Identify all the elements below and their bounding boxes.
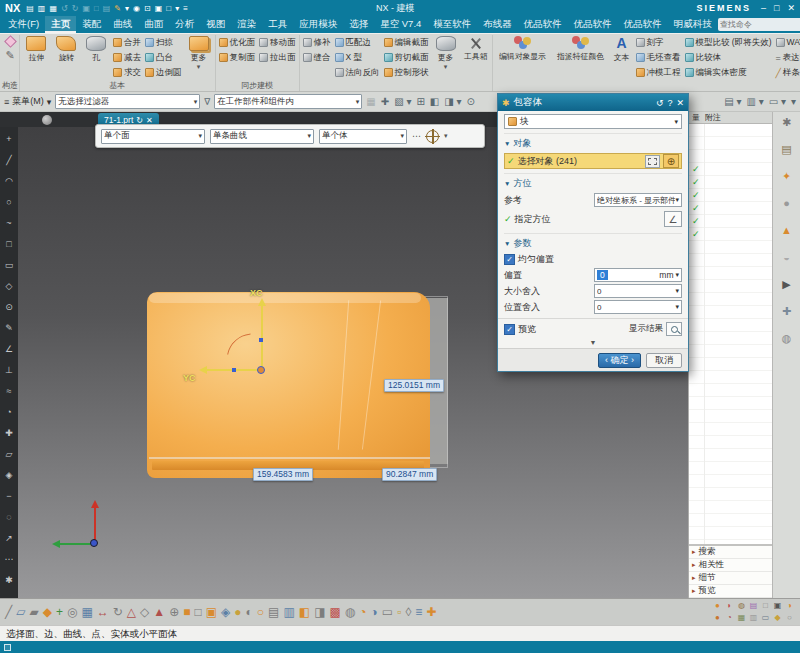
minimize-button[interactable]: – xyxy=(761,3,766,13)
br-icon-13[interactable]: ◆ xyxy=(772,613,783,624)
tab-selection[interactable]: 选择 xyxy=(343,16,374,33)
offset-icon[interactable]: ◑ xyxy=(371,605,378,619)
br-icon-2[interactable]: ◗ xyxy=(724,601,735,612)
table-row[interactable] xyxy=(689,319,772,332)
chamfer-icon[interactable]: ▥ xyxy=(283,605,294,619)
axis-drag-handle[interactable] xyxy=(259,338,263,342)
table-row[interactable]: ✓ xyxy=(689,202,772,215)
table-row[interactable]: ✓ xyxy=(689,189,772,202)
expression-button[interactable]: =表达式 xyxy=(774,50,800,65)
table-row[interactable] xyxy=(689,306,772,319)
tab-youpin-2[interactable]: 优品软件 xyxy=(568,16,618,33)
table-row[interactable] xyxy=(689,527,772,540)
selection-filter-combo[interactable]: 无选择过滤器▾ xyxy=(55,94,200,109)
style-dropdown-icon[interactable]: ▾ xyxy=(125,4,129,13)
unite-button[interactable]: 合并 xyxy=(111,35,143,50)
table-row[interactable] xyxy=(689,241,772,254)
grid-toggle-icon[interactable] xyxy=(42,115,52,125)
subtract-icon[interactable]: ◐ xyxy=(246,605,253,619)
section-orientation[interactable]: ▼方位 xyxy=(504,173,682,190)
left-tool-icon[interactable]: ✎ xyxy=(5,318,13,339)
roles-gear-icon[interactable]: ✱ xyxy=(782,116,791,128)
thicken-icon[interactable]: ▭ xyxy=(382,605,393,619)
tab-mingwei[interactable]: 明威科技 xyxy=(668,16,718,33)
dialog-collapse-arrow[interactable]: ▼ xyxy=(504,339,682,346)
br-icon-7[interactable]: ◑ xyxy=(784,601,795,612)
table-row[interactable] xyxy=(689,124,772,137)
left-tool-icon[interactable]: ╱ xyxy=(6,150,11,171)
edit-section-icon[interactable]: ▧ ▾ xyxy=(394,96,411,107)
csys-icon[interactable]: ⊕ xyxy=(169,605,179,619)
edge-blend-button[interactable]: 边倒圆 xyxy=(143,65,184,80)
tab-router[interactable]: 布线器 xyxy=(477,16,518,33)
more-tools-icon[interactable]: ▾ xyxy=(791,96,796,107)
br-icon-1[interactable]: ● xyxy=(712,601,723,612)
left-tool-icon[interactable]: ⋯ xyxy=(5,549,14,570)
redo-icon[interactable]: ↻ xyxy=(72,4,79,13)
table-row[interactable] xyxy=(689,423,772,436)
table-row[interactable] xyxy=(689,514,772,527)
orient-dropdown-icon[interactable]: ▾ xyxy=(444,132,448,140)
construct-sketch-icon[interactable] xyxy=(4,35,17,48)
crosshair-button[interactable]: ⊕ xyxy=(663,154,679,168)
br-icon-5[interactable]: □ xyxy=(760,601,771,612)
offset-field[interactable]: 0 mm▾ xyxy=(594,268,682,282)
frame-select-icon[interactable]: ⊞ xyxy=(416,96,424,107)
point-set-icon[interactable]: ◎ xyxy=(67,605,77,619)
tab-render[interactable]: 渲染 xyxy=(231,16,262,33)
scale-icon[interactable]: ▫ xyxy=(397,605,401,619)
hd3d-tools-icon[interactable]: ▶ xyxy=(782,278,790,290)
wave-linker-button[interactable]: WAVE 几何链接器 xyxy=(774,35,800,50)
reference-combo[interactable]: 绝对坐标系 - 显示部件▾ xyxy=(594,193,682,207)
quantity-column-header[interactable]: 量 xyxy=(689,112,705,123)
select-object-row[interactable]: ✓ 选择对象 (241) ⊕ xyxy=(504,153,682,169)
info-icon[interactable]: ≡ xyxy=(415,605,422,619)
tab-curve[interactable]: 曲线 xyxy=(107,16,138,33)
nav-section-preview[interactable]: ▸预览 xyxy=(689,585,772,598)
layer-stack-icon[interactable]: ▥ ▾ xyxy=(746,96,763,107)
tab-view[interactable]: 视图 xyxy=(200,16,231,33)
switch-window-icon[interactable]: ▾ xyxy=(175,4,179,13)
move-object-icon[interactable]: ↔ xyxy=(97,605,109,619)
edit-section-button[interactable]: 编辑截面 xyxy=(382,35,431,50)
reverse-normal-button[interactable]: 法向反向 xyxy=(333,65,382,80)
cut-icon[interactable]: ▣ xyxy=(82,4,90,13)
paste-icon[interactable]: ▤ xyxy=(103,4,111,13)
tab-analysis[interactable]: 分析 xyxy=(169,16,200,33)
table-row[interactable] xyxy=(689,137,772,150)
dialog-close-button[interactable]: ✕ xyxy=(676,98,684,108)
edit-object-display-button[interactable]: 编辑对象显示 xyxy=(494,35,552,63)
table-row[interactable] xyxy=(689,410,772,423)
left-tool-icon[interactable]: ↗ xyxy=(5,528,13,549)
blank-view-button[interactable]: 毛坯查看 xyxy=(634,50,683,65)
match-edge-button[interactable]: 匹配边 xyxy=(333,35,382,50)
ok-button[interactable]: 确定 xyxy=(598,353,641,368)
overflow-icon[interactable]: ⋯ xyxy=(412,131,421,141)
section-parameters[interactable]: ▼参数 xyxy=(504,233,682,250)
uniform-offset-checkbox[interactable]: ✓ xyxy=(504,254,515,265)
csys-dialog-button[interactable]: ∠ xyxy=(664,211,682,227)
highlight-icon[interactable]: ⊙ xyxy=(467,96,475,107)
preview-checkbox[interactable]: ✓ xyxy=(504,324,515,335)
table-row[interactable] xyxy=(689,384,772,397)
edit-more-button[interactable]: 更多▾ xyxy=(431,35,461,70)
save-icon[interactable]: ▦ xyxy=(49,4,57,13)
table-row[interactable] xyxy=(689,397,772,410)
more-create-icon[interactable]: ✚ xyxy=(426,605,436,619)
shaded-icon[interactable]: ◧ xyxy=(430,96,439,107)
constraint-navigator-icon[interactable]: ● xyxy=(783,197,790,209)
left-tool-icon[interactable]: ○ xyxy=(6,192,11,213)
pull-face-button[interactable]: 拉出面 xyxy=(257,50,298,65)
tab-youpin-3[interactable]: 优品软件 xyxy=(618,16,668,33)
die-engineering-button[interactable]: 冲模工程 xyxy=(634,65,683,80)
br-icon-9[interactable]: ◔ xyxy=(724,613,735,624)
compare-body-button[interactable]: 比较体 xyxy=(683,50,774,65)
nav-section-details[interactable]: ▸细节 xyxy=(689,572,772,585)
window-frame-icon[interactable]: ▭ ▾ xyxy=(769,96,786,107)
table-row[interactable] xyxy=(689,475,772,488)
show-result-button[interactable] xyxy=(666,322,682,336)
left-tool-icon[interactable]: ≈ xyxy=(7,381,12,402)
hole-button[interactable]: 孔 xyxy=(81,35,111,64)
tab-xingkong[interactable]: 星空 V7.4 xyxy=(374,16,427,33)
text-button[interactable]: A文本 xyxy=(610,35,634,64)
